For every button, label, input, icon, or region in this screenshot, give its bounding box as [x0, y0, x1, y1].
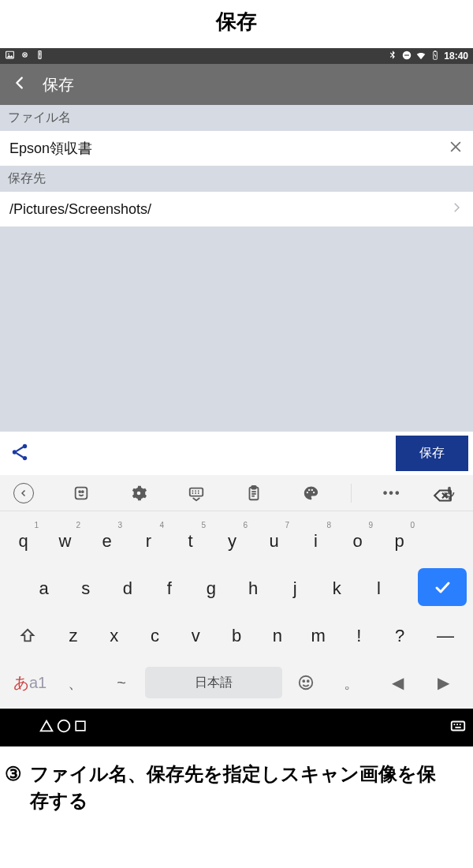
keyboard-layout-icon[interactable] [179, 485, 214, 502]
svg-rect-8 [404, 54, 409, 55]
key-g[interactable]: g [191, 568, 231, 609]
tilde-key[interactable]: ~ [99, 674, 143, 692]
app-bar: 保存 [0, 64, 473, 105]
svg-rect-37 [76, 721, 85, 731]
svg-point-29 [313, 491, 315, 492]
key-x[interactable]: x [95, 615, 134, 657]
svg-point-27 [308, 488, 310, 490]
nav-home-button[interactable] [55, 717, 73, 738]
key-m[interactable]: m [299, 615, 338, 657]
kb-collapse-button[interactable] [6, 483, 41, 503]
svg-point-3 [24, 54, 26, 56]
chevron-right-icon [449, 200, 464, 219]
svg-point-17 [79, 491, 80, 492]
soft-keyboard: ••• q1w2e3r4t5y6u7i8o9p0 asdfghjkl zxcvb… [0, 475, 473, 709]
svg-rect-40 [456, 724, 458, 725]
svg-point-36 [58, 720, 70, 732]
key-s[interactable]: s [65, 568, 106, 609]
key-f[interactable]: f [149, 568, 189, 609]
clear-icon[interactable] [448, 139, 464, 159]
wifi-icon [415, 50, 426, 63]
backspace-key[interactable] [418, 475, 467, 516]
enter-key[interactable] [418, 568, 467, 606]
comma-key[interactable]: 、 [54, 672, 98, 694]
battery-charging-icon [430, 50, 441, 63]
key-c[interactable]: c [136, 615, 175, 657]
nav-recent-button[interactable] [73, 718, 88, 737]
dnd-icon [401, 50, 412, 63]
svg-rect-10 [434, 51, 436, 51]
svg-rect-38 [452, 722, 465, 731]
page-title: 保存 [0, 0, 473, 48]
key-p[interactable]: p0 [379, 521, 419, 562]
app-bar-title: 保存 [43, 74, 74, 95]
key-h[interactable]: h [233, 568, 274, 609]
nav-back-button[interactable] [38, 717, 55, 738]
key-a[interactable]: a [24, 568, 64, 609]
emoji-key[interactable] [284, 674, 328, 691]
alert-icon [35, 50, 45, 62]
key-w[interactable]: w2 [45, 521, 85, 562]
dash-key[interactable]: — [421, 615, 470, 657]
android-nav-bar [0, 709, 473, 746]
filename-section-label: ファイル名 [0, 105, 473, 131]
svg-rect-39 [454, 724, 456, 725]
destination-section-label: 保存先 [0, 166, 473, 192]
destination-row[interactable]: /Pictures/Screenshots/ [0, 192, 473, 226]
svg-point-34 [303, 680, 304, 682]
svg-rect-20 [189, 488, 203, 496]
nav-ime-button[interactable] [449, 717, 467, 738]
cursor-right-key[interactable]: ▶ [421, 673, 465, 692]
image-icon [5, 50, 15, 62]
android-status-bar: 18:40 [0, 48, 473, 64]
period-key[interactable]: 。 [330, 672, 374, 694]
palette-icon[interactable] [293, 485, 328, 502]
instruction-caption: ③ ファイル名、保存先を指定しスキャン画像を保存する [0, 746, 473, 832]
key-l[interactable]: l [359, 568, 399, 609]
key-punct[interactable]: ! [339, 615, 378, 657]
svg-rect-22 [251, 485, 256, 488]
filename-row [0, 131, 473, 166]
separator [351, 484, 352, 503]
key-q[interactable]: q1 [3, 521, 43, 562]
gear-icon[interactable] [121, 485, 156, 502]
empty-area [0, 226, 473, 432]
bluetooth-icon [387, 50, 398, 63]
key-e[interactable]: e3 [87, 521, 127, 562]
key-b[interactable]: b [217, 615, 256, 657]
key-d[interactable]: d [107, 568, 147, 609]
key-y[interactable]: y6 [212, 521, 252, 562]
key-i[interactable]: i8 [296, 521, 336, 562]
key-j[interactable]: j [275, 568, 315, 609]
save-button[interactable]: 保存 [396, 436, 468, 471]
lang-switch-key[interactable]: あa1 [8, 672, 52, 694]
key-u[interactable]: u7 [254, 521, 294, 562]
back-button[interactable] [11, 74, 28, 95]
svg-rect-42 [455, 727, 460, 728]
svg-point-18 [82, 491, 84, 492]
svg-point-1 [8, 54, 9, 55]
key-r[interactable]: r4 [128, 521, 169, 562]
target-icon [20, 50, 30, 62]
filename-input[interactable] [9, 140, 448, 157]
key-punct[interactable]: ? [380, 615, 419, 657]
key-z[interactable]: z [54, 615, 93, 657]
share-icon[interactable] [9, 442, 30, 466]
sticker-icon[interactable] [64, 485, 99, 502]
space-key[interactable]: 日本語 [145, 667, 282, 698]
key-o[interactable]: o9 [337, 521, 378, 562]
key-n[interactable]: n [258, 615, 297, 657]
shift-key[interactable] [3, 615, 52, 657]
cursor-left-key[interactable]: ◀ [375, 673, 419, 692]
svg-rect-16 [76, 487, 88, 499]
svg-point-19 [136, 491, 140, 495]
svg-rect-5 [39, 52, 40, 55]
more-icon[interactable]: ••• [374, 486, 409, 500]
key-v[interactable]: v [176, 615, 215, 657]
svg-point-33 [300, 676, 313, 690]
clipboard-icon[interactable] [236, 485, 271, 502]
svg-rect-41 [460, 724, 461, 725]
key-t[interactable]: t5 [170, 521, 210, 562]
destination-value: /Pictures/Screenshots/ [9, 201, 151, 218]
key-k[interactable]: k [317, 568, 357, 609]
